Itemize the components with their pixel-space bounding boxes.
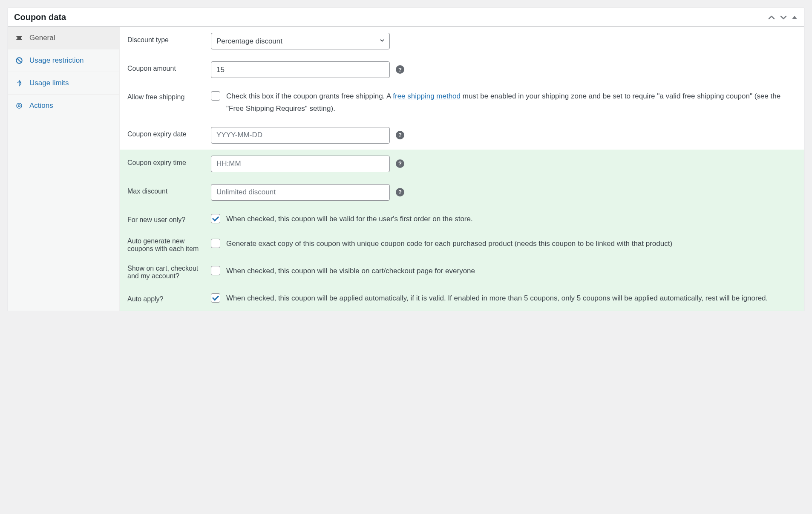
new-user-only-checkbox[interactable] xyxy=(211,214,220,223)
tab-usage-limits[interactable]: Usage limits xyxy=(8,72,119,95)
label-new-user-only: For new user only? xyxy=(127,213,203,224)
panel-body: General Usage restriction Usage limits A… xyxy=(8,27,804,311)
svg-point-5 xyxy=(18,105,20,107)
label-auto-generate: Auto generate new coupons with each item xyxy=(127,237,203,253)
row-allow-free-shipping: Allow free shipping Check this box if th… xyxy=(120,84,804,121)
row-coupon-expiry-date: Coupon expiry date ? xyxy=(120,121,804,150)
tab-general[interactable]: General xyxy=(8,27,119,49)
coupon-amount-input[interactable] xyxy=(211,61,390,78)
help-icon[interactable]: ? xyxy=(396,65,404,74)
label-show-on-cart: Show on cart, checkout and my account? xyxy=(127,265,203,280)
free-shipping-method-link[interactable]: free shipping method xyxy=(393,92,461,100)
gear-icon xyxy=(15,101,23,110)
allow-free-shipping-checkbox[interactable] xyxy=(211,91,220,101)
row-auto-apply: Auto apply? When checked, this coupon wi… xyxy=(120,286,804,311)
triangle-up-icon[interactable] xyxy=(791,14,798,21)
svg-line-2 xyxy=(17,58,21,63)
max-discount-input[interactable] xyxy=(211,184,390,201)
tab-label: Usage limits xyxy=(29,79,69,87)
tab-label: Actions xyxy=(29,101,53,110)
row-coupon-expiry-time: Coupon expiry time ? xyxy=(120,150,804,178)
label-max-discount: Max discount xyxy=(127,184,203,195)
auto-generate-description: Generate exact copy of this coupon with … xyxy=(226,238,672,250)
row-max-discount: Max discount ? xyxy=(120,178,804,207)
coupon-data-panel: Coupon data General xyxy=(8,8,804,311)
ticket-icon xyxy=(15,34,23,42)
row-show-on-cart: Show on cart, checkout and my account? W… xyxy=(120,259,804,286)
chevron-up-icon[interactable] xyxy=(767,13,776,22)
row-coupon-amount: Coupon amount ? xyxy=(120,55,804,84)
compress-icon xyxy=(15,79,23,87)
coupon-expiry-time-input[interactable] xyxy=(211,156,390,172)
label-discount-type: Discount type xyxy=(127,33,203,44)
auto-apply-description: When checked, this coupon will be applie… xyxy=(226,292,768,305)
label-coupon-expiry-time: Coupon expiry time xyxy=(127,156,203,167)
new-user-only-description: When checked, this coupon will be valid … xyxy=(226,213,473,225)
allow-free-shipping-description: Check this box if the coupon grants free… xyxy=(226,90,796,115)
discount-type-select[interactable]: Percentage discount xyxy=(211,33,390,49)
label-auto-apply: Auto apply? xyxy=(127,292,203,303)
row-new-user-only: For new user only? When checked, this co… xyxy=(120,207,804,231)
show-on-cart-checkbox[interactable] xyxy=(211,266,220,275)
sidebar: General Usage restriction Usage limits A… xyxy=(8,27,120,311)
coupon-expiry-date-input[interactable] xyxy=(211,127,390,144)
auto-generate-checkbox[interactable] xyxy=(211,239,220,248)
panel-header: Coupon data xyxy=(8,8,804,27)
tab-actions[interactable]: Actions xyxy=(8,95,119,117)
tab-usage-restriction[interactable]: Usage restriction xyxy=(8,49,119,72)
show-on-cart-description: When checked, this coupon will be visibl… xyxy=(226,265,475,277)
ban-icon xyxy=(15,56,23,65)
tab-label: General xyxy=(29,34,55,42)
help-icon[interactable]: ? xyxy=(396,131,404,139)
panel-header-icons xyxy=(767,13,798,22)
chevron-down-icon[interactable] xyxy=(779,13,788,22)
auto-apply-checkbox[interactable] xyxy=(211,293,220,303)
form-content: Discount type Percentage discount Coupon… xyxy=(120,27,804,311)
tab-label: Usage restriction xyxy=(29,56,84,65)
label-allow-free-shipping: Allow free shipping xyxy=(127,90,203,101)
row-discount-type: Discount type Percentage discount xyxy=(120,27,804,55)
help-icon[interactable]: ? xyxy=(396,188,404,196)
label-coupon-expiry-date: Coupon expiry date xyxy=(127,127,203,138)
label-coupon-amount: Coupon amount xyxy=(127,61,203,72)
help-icon[interactable]: ? xyxy=(396,159,404,168)
svg-point-4 xyxy=(17,103,22,108)
row-auto-generate: Auto generate new coupons with each item… xyxy=(120,231,804,259)
svg-marker-0 xyxy=(792,16,797,19)
panel-title: Coupon data xyxy=(14,12,66,22)
